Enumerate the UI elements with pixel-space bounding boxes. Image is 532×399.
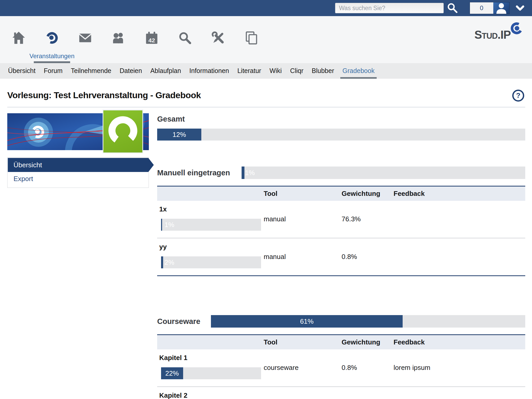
help-button[interactable]: ? <box>512 90 524 102</box>
people-icon <box>111 31 125 45</box>
row-tool: courseware <box>264 391 342 399</box>
title-divider <box>7 107 525 108</box>
overall-progress-label: 12% <box>157 129 201 141</box>
sidebar-menu: Übersicht Export <box>7 157 149 188</box>
row-name: Kapitel 2 <box>159 391 264 399</box>
tab-blubber[interactable]: Blubber <box>308 63 338 79</box>
tab-cliqr[interactable]: Cliqr <box>286 63 308 79</box>
row-progressbar: 22% <box>161 367 261 379</box>
search-input[interactable] <box>335 3 444 13</box>
row-feedback: lorem ipsum <box>394 391 525 399</box>
row-progress-label: 2% <box>161 256 178 268</box>
table-row: 1x 1% manual 76.3% <box>157 201 525 238</box>
sidebar: Übersicht Export <box>7 113 149 399</box>
overall-progressbar: 12% <box>157 129 525 141</box>
tab-uebersicht[interactable]: Übersicht <box>4 63 40 79</box>
table-row: yy 2% manual 0.8% <box>157 238 525 275</box>
studip-logo: Stud.IP <box>474 28 524 41</box>
pages-icon <box>244 31 258 45</box>
row-weight: 0.8% <box>342 243 394 268</box>
calendar-icon: 42 <box>145 31 159 45</box>
courseware-table-header: Tool Gewichtung Feedback <box>157 335 525 349</box>
user-widget[interactable]: 0 <box>470 2 510 14</box>
manual-table-header: Tool Gewichtung Feedback <box>157 187 525 201</box>
notification-counter[interactable]: 0 <box>470 2 493 14</box>
tools-button[interactable] <box>211 31 225 45</box>
category-courseware-progressbar: 61% <box>211 315 525 328</box>
toolbar-active-label: Veranstaltungen <box>23 52 81 60</box>
courseware-table: Tool Gewichtung Feedback Kapitel 1 22% c… <box>157 334 525 399</box>
mail-icon <box>78 31 92 45</box>
column-feedback: Feedback <box>394 338 525 346</box>
tab-literatur[interactable]: Literatur <box>233 63 265 79</box>
chevron-down-icon <box>515 4 525 12</box>
tab-teilnehmende[interactable]: Teilnehmende <box>67 63 116 79</box>
table-row: Kapitel 1 22% courseware 0.8% lorem ipsu… <box>157 349 525 386</box>
avatar[interactable] <box>493 2 509 14</box>
category-courseware-heading: Courseware <box>157 317 211 326</box>
magnifier-icon <box>178 31 192 45</box>
column-weight: Gewichtung <box>342 338 394 346</box>
sidebar-item-export[interactable]: Export <box>8 172 148 185</box>
row-feedback <box>394 243 525 268</box>
column-tool: Tool <box>264 338 342 346</box>
tab-dateien[interactable]: Dateien <box>116 63 146 79</box>
row-feedback: lorem ipsum <box>394 354 525 379</box>
category-courseware-header: Courseware 61% <box>157 315 525 328</box>
manual-table: Tool Gewichtung Feedback 1x 1% manual 76… <box>157 186 525 276</box>
tab-informationen[interactable]: Informationen <box>185 63 233 79</box>
tab-wiki[interactable]: Wiki <box>265 63 286 79</box>
sidebar-item-uebersicht[interactable]: Übersicht <box>8 158 148 172</box>
help-glyph: ? <box>516 92 521 100</box>
row-name: yy <box>159 243 264 251</box>
toolbar-active-underline <box>34 61 70 63</box>
category-manual-header: Manuell eingetragen 1% <box>157 167 525 179</box>
toolbar-icons: 42 <box>11 31 259 45</box>
category-manual-progressbar: 1% <box>242 167 525 179</box>
home-button[interactable] <box>11 31 26 45</box>
studip-spiral-icon <box>45 31 59 45</box>
row-weight: 76.3% <box>342 205 394 231</box>
messages-button[interactable] <box>78 31 92 45</box>
search-submit-button[interactable] <box>446 2 459 14</box>
row-tool: manual <box>264 243 342 268</box>
studip-logo-text: Stud.IP <box>474 29 511 41</box>
tab-forum[interactable]: Forum <box>40 63 67 79</box>
course-tab-bar: Übersicht Forum Teilnehmende Dateien Abl… <box>0 63 532 79</box>
row-progress-label: 22% <box>161 367 183 379</box>
overall-heading: Gesamt <box>157 115 525 123</box>
course-avatar <box>103 110 142 152</box>
column-tool: Tool <box>264 190 342 198</box>
global-search-button[interactable] <box>178 31 192 45</box>
column-weight: Gewichtung <box>342 190 394 198</box>
user-menu-toggle[interactable] <box>515 4 525 12</box>
row-progressbar: 2% <box>161 256 261 268</box>
user-silhouette-icon <box>495 3 508 14</box>
row-name: 1x <box>159 205 264 213</box>
category-manual-progress-label: 1% <box>242 167 258 179</box>
community-button[interactable] <box>111 31 126 45</box>
row-progress-label: 1% <box>161 219 178 231</box>
category-courseware-progress-label: 61% <box>211 315 403 328</box>
category-manual-heading: Manuell eingetragen <box>157 169 242 177</box>
tab-ablaufplan[interactable]: Ablaufplan <box>146 63 185 79</box>
table-row: Kapitel 2 92% courseware 0.8% lorem ipsu… <box>157 386 525 399</box>
page-title: Vorlesung: Test Lehrveranstaltung - Grad… <box>7 90 525 100</box>
row-weight: 0.8% <box>342 354 394 379</box>
row-progressbar: 1% <box>161 219 261 231</box>
courses-button[interactable] <box>45 31 59 45</box>
tools-icon <box>211 31 225 45</box>
row-weight: 0.8% <box>342 391 394 399</box>
course-spiral-icon <box>103 110 142 152</box>
gradebook-main: Gesamt 12% Manuell eingetragen 1% Tool G… <box>157 113 525 399</box>
calendar-button[interactable]: 42 <box>144 31 159 45</box>
svg-text:42: 42 <box>148 37 155 44</box>
tab-gradebook[interactable]: Gradebook <box>338 63 379 79</box>
top-header-bar: 0 <box>0 0 532 16</box>
main-icon-toolbar: 42 Veranstaltungen Stud.IP <box>0 16 532 63</box>
row-tool: courseware <box>264 354 342 379</box>
studip-logo-spiral-icon <box>509 21 524 36</box>
bulletin-board-button[interactable] <box>244 31 259 45</box>
row-name: Kapitel 1 <box>159 354 264 362</box>
row-tool: manual <box>264 205 342 231</box>
